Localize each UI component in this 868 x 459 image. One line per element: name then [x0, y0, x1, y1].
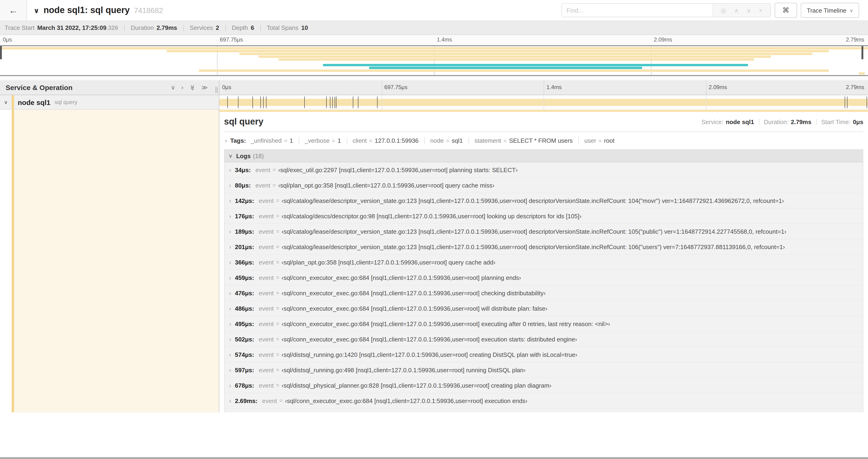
log-row[interactable]: ›2.69ms:event=‹sql/conn_executor_exec.go…: [224, 393, 863, 408]
log-marker[interactable]: [353, 97, 353, 108]
span-detail-header: sql query Service:node sql1Duration:2.79…: [224, 112, 863, 132]
log-marker[interactable]: [326, 97, 327, 108]
tags-list: _unfinished=1_verbose=1client=127.0.0.1:…: [251, 137, 620, 144]
chevron-down-icon[interactable]: ∨: [34, 6, 39, 15]
chevron-right-icon[interactable]: ›: [229, 182, 231, 189]
log-marker[interactable]: [227, 97, 228, 108]
chevron-right-icon[interactable]: ›: [229, 305, 231, 312]
top-bar: ← ∨ node sql1: sql query 7418682 ◎ ∧ ∨ ×…: [0, 0, 868, 21]
log-row[interactable]: ›142μs:event=‹sql/catalog/lease/descript…: [224, 193, 863, 208]
summary-value-fraction: .326: [106, 24, 118, 31]
trace-title-wrap[interactable]: ∨ node sql1: sql query 7418682: [34, 5, 163, 15]
log-row[interactable]: ›366μs:event=‹sql/plan_opt.go:358 [nsql1…: [224, 255, 863, 270]
span-row[interactable]: ∨ node sql1 sql query: [0, 95, 868, 110]
divider: [816, 119, 816, 125]
log-marker[interactable]: [336, 97, 337, 108]
divider: [225, 25, 226, 31]
span-name-cell[interactable]: ∨ node sql1 sql query: [0, 95, 219, 110]
log-marker[interactable]: [266, 97, 267, 108]
focus-target-icon[interactable]: ◎: [721, 7, 726, 14]
log-row[interactable]: ›574μs:event=‹sql/distsql_running.go:142…: [224, 347, 863, 362]
column-resizer-grip[interactable]: [216, 87, 217, 93]
log-marker[interactable]: [330, 97, 331, 108]
find-input[interactable]: [562, 4, 713, 17]
scrubber-left-handle[interactable]: [0, 46, 2, 59]
log-marker[interactable]: [358, 97, 359, 108]
clear-search-icon[interactable]: ×: [759, 7, 763, 14]
log-message: ‹sql/plan_opt.go:358 [nsql1,client=127.0…: [278, 182, 494, 189]
log-message: ‹sql/plan_opt.go:358 [nsql1,client=127.0…: [282, 259, 495, 266]
tag-item[interactable]: _verbose=1: [299, 137, 346, 144]
log-row[interactable]: ›476μs:event=‹sql/conn_executor_exec.go:…: [224, 286, 863, 301]
minimap-scrubber[interactable]: [0, 45, 868, 76]
log-row[interactable]: ›678μs:event=‹sql/distsql_physical_plann…: [224, 378, 863, 393]
chevron-right-icon[interactable]: ›: [229, 228, 231, 235]
chevron-down-icon[interactable]: ∨: [229, 153, 232, 159]
logs-header[interactable]: ∨ Logs (18): [224, 150, 863, 162]
log-row[interactable]: ›176μs:event=‹sql/catalog/descs/descript…: [224, 208, 863, 224]
chevron-right-icon[interactable]: ›: [229, 397, 231, 404]
chevron-right-icon[interactable]: ›: [229, 351, 231, 358]
chevron-right-icon[interactable]: ›: [229, 336, 231, 342]
log-marker[interactable]: [263, 97, 264, 108]
log-row[interactable]: ›459μs:event=‹sql/conn_executor_exec.go:…: [224, 270, 863, 286]
log-message: ‹sql/distsql_running.go:498 [nsql1,clien…: [282, 366, 526, 373]
expand-one-icon[interactable]: ›: [181, 84, 183, 91]
tag-item[interactable]: statement=SELECT * FROM users: [468, 137, 578, 144]
chevron-right-icon[interactable]: ›: [229, 289, 231, 296]
chevron-right-icon[interactable]: ›: [229, 197, 231, 204]
log-marker[interactable]: [305, 97, 305, 108]
minimap-span-bar: [369, 67, 642, 69]
chevron-right-icon[interactable]: ›: [229, 212, 231, 220]
log-marker[interactable]: [252, 97, 253, 108]
scrubber-right-handle[interactable]: [862, 46, 863, 59]
divider: [260, 25, 260, 31]
log-marker[interactable]: [238, 97, 239, 108]
next-match-icon[interactable]: ∨: [747, 7, 751, 14]
gridline: [706, 95, 706, 110]
log-marker[interactable]: [867, 97, 867, 108]
chevron-right-icon[interactable]: ›: [229, 366, 231, 373]
log-marker[interactable]: [377, 97, 377, 108]
chevron-right-icon[interactable]: ›: [229, 243, 231, 250]
tag-item[interactable]: node=sql1: [424, 137, 468, 144]
log-row[interactable]: ›80μs:event=‹sql/plan_opt.go:358 [nsql1,…: [224, 178, 863, 193]
chevron-right-icon[interactable]: ›: [229, 382, 231, 389]
log-row[interactable]: ›2.7ms:event=‹sql/conn_executor_exec.go:…: [224, 408, 863, 412]
tag-item[interactable]: client=127.0.0.1:59936: [346, 137, 424, 144]
expand-all-icon[interactable]: ≫: [202, 84, 208, 91]
chevron-right-icon[interactable]: ›: [229, 259, 231, 266]
log-marker[interactable]: [845, 97, 845, 108]
chevron-right-icon[interactable]: ›: [229, 166, 231, 173]
log-row[interactable]: ›502μs:event=‹sql/conn_executor_exec.go:…: [224, 332, 863, 347]
chevron-down-icon[interactable]: ∨: [0, 99, 12, 105]
service-operation-title: Service & Operation: [0, 84, 72, 91]
log-marker[interactable]: [847, 97, 847, 108]
expanded-row-highlight: [14, 110, 219, 412]
log-marker[interactable]: [332, 97, 333, 108]
collapse-one-icon[interactable]: ∨: [171, 84, 175, 91]
collapse-all-icon[interactable]: ≫: [189, 85, 195, 90]
log-marker[interactable]: [334, 97, 335, 108]
span-bar-cell[interactable]: [219, 95, 868, 110]
chevron-right-icon[interactable]: ›: [225, 137, 227, 144]
keyboard-shortcuts-button[interactable]: ⌘: [775, 3, 797, 18]
chevron-right-icon[interactable]: ›: [229, 274, 231, 281]
log-row[interactable]: ›34μs:event=‹sql/exec_util.go:2297 [nsql…: [224, 162, 863, 178]
chevron-right-icon[interactable]: ›: [229, 320, 231, 327]
view-selector-button[interactable]: Trace Timeline ∨: [801, 3, 859, 18]
prev-match-icon[interactable]: ∧: [734, 7, 739, 14]
log-row[interactable]: ›495μs:event=‹sql/conn_executor_exec.go:…: [224, 316, 863, 332]
log-row[interactable]: ›597μs:event=‹sql/distsql_running.go:498…: [224, 362, 863, 378]
log-row[interactable]: ›189μs:event=‹sql/catalog/lease/descript…: [224, 224, 863, 239]
log-row[interactable]: ›486μs:event=‹sql/conn_executor_exec.go:…: [224, 301, 863, 316]
log-timestamp: 495μs:: [235, 320, 254, 327]
tags-row[interactable]: › Tags: _unfinished=1_verbose=1client=12…: [224, 134, 863, 146]
log-row[interactable]: ›201μs:event=‹sql/catalog/lease/descript…: [224, 239, 863, 255]
log-marker[interactable]: [260, 97, 260, 108]
gridline: [544, 80, 544, 95]
tag-item[interactable]: _unfinished=1: [251, 137, 299, 144]
command-icon: ⌘: [782, 6, 789, 14]
tag-item[interactable]: user=root: [578, 137, 620, 144]
back-button[interactable]: ←: [0, 0, 27, 21]
